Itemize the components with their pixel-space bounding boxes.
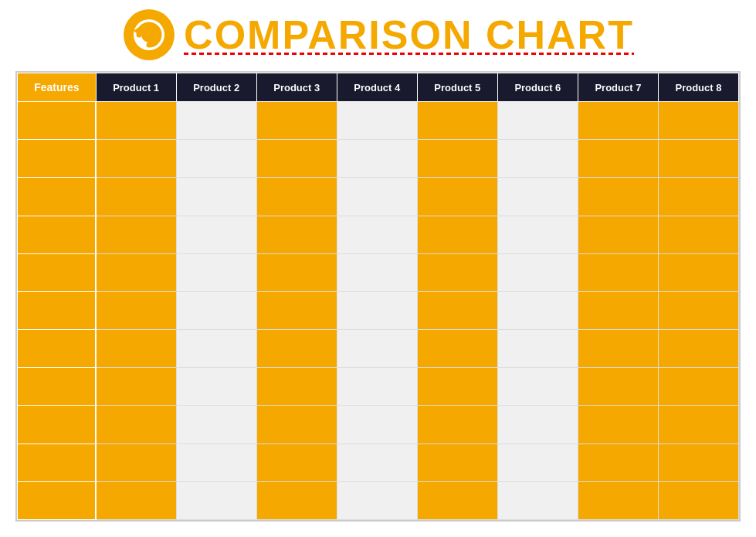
table-cell <box>658 444 738 481</box>
table-container: Features Product 1 Product 2 Product 3 P… <box>15 71 741 522</box>
table-cell <box>417 216 497 253</box>
table-cell <box>578 140 658 178</box>
table-cell <box>96 481 176 519</box>
table-cell <box>18 368 97 406</box>
table-cell <box>96 291 176 329</box>
table-cell <box>497 330 578 368</box>
table-cell <box>417 291 497 329</box>
page-wrapper: COMPARISON CHART Features Product 1 Prod… <box>0 0 756 537</box>
table-body <box>18 102 739 520</box>
table-cell <box>337 330 417 368</box>
table-cell <box>176 481 256 519</box>
table-cell <box>497 291 578 329</box>
table-cell <box>256 216 337 253</box>
comparison-table: Features Product 1 Product 2 Product 3 P… <box>17 73 739 520</box>
table-cell <box>256 330 337 368</box>
table-cell <box>176 330 256 368</box>
table-cell <box>256 253 337 291</box>
table-cell <box>658 291 738 329</box>
table-cell <box>256 368 337 406</box>
table-cell <box>417 330 497 368</box>
table-cell <box>176 368 256 406</box>
table-cell <box>417 481 497 519</box>
table-cell <box>18 444 97 481</box>
table-cell <box>96 140 176 178</box>
table-cell <box>256 291 337 329</box>
table-cell <box>18 216 97 253</box>
table-cell <box>578 102 658 140</box>
table-cell <box>176 140 256 178</box>
table-cell <box>96 102 176 140</box>
table-cell <box>18 406 97 444</box>
table-cell <box>578 216 658 253</box>
table-cell <box>578 253 658 291</box>
chart-title: COMPARISON CHART <box>184 12 634 58</box>
table-cell <box>18 102 97 140</box>
table-cell <box>176 102 256 140</box>
table-row <box>18 406 739 444</box>
table-cell <box>337 216 417 253</box>
table-cell <box>658 140 738 178</box>
table-cell <box>337 481 417 519</box>
table-cell <box>497 102 578 140</box>
table-row <box>18 140 739 178</box>
table-cell <box>497 481 578 519</box>
col-product8: Product 8 <box>658 73 738 102</box>
table-cell <box>18 330 97 368</box>
table-cell <box>337 102 417 140</box>
table-cell <box>658 253 738 291</box>
table-cell <box>96 178 176 216</box>
table-row <box>18 291 739 329</box>
table-cell <box>497 444 578 481</box>
table-cell <box>658 102 738 140</box>
table-cell <box>337 178 417 216</box>
table-cell <box>256 481 337 519</box>
table-cell <box>18 481 97 519</box>
table-cell <box>658 178 738 216</box>
table-cell <box>658 330 738 368</box>
table-row <box>18 444 739 481</box>
table-cell <box>96 330 176 368</box>
table-cell <box>96 253 176 291</box>
table-cell <box>658 406 738 444</box>
header-row: Features Product 1 Product 2 Product 3 P… <box>18 73 739 102</box>
table-cell <box>337 406 417 444</box>
table-cell <box>578 178 658 216</box>
table-cell <box>497 368 578 406</box>
table-cell <box>176 406 256 444</box>
table-cell <box>18 178 97 216</box>
table-cell <box>256 178 337 216</box>
table-cell <box>497 253 578 291</box>
table-cell <box>658 368 738 406</box>
table-cell <box>96 406 176 444</box>
table-cell <box>96 444 176 481</box>
table-cell <box>658 481 738 519</box>
table-cell <box>497 406 578 444</box>
col-features: Features <box>18 73 97 102</box>
table-cell <box>256 444 337 481</box>
table-cell <box>176 444 256 481</box>
table-cell <box>337 368 417 406</box>
col-product3: Product 3 <box>256 73 337 102</box>
table-row <box>18 178 739 216</box>
table-row <box>18 481 739 519</box>
table-cell <box>337 253 417 291</box>
table-row <box>18 368 739 406</box>
table-cell <box>578 481 658 519</box>
table-row <box>18 330 739 368</box>
table-cell <box>256 140 337 178</box>
col-product5: Product 5 <box>417 73 497 102</box>
table-cell <box>658 216 738 253</box>
col-product7: Product 7 <box>578 73 658 102</box>
table-cell <box>256 102 337 140</box>
col-product4: Product 4 <box>337 73 417 102</box>
table-cell <box>18 253 97 291</box>
table-row <box>18 102 739 140</box>
table-cell <box>176 253 256 291</box>
table-cell <box>18 140 97 178</box>
table-cell <box>337 291 417 329</box>
table-cell <box>337 444 417 481</box>
table-cell <box>578 406 658 444</box>
col-product2: Product 2 <box>176 73 256 102</box>
table-cell <box>578 330 658 368</box>
